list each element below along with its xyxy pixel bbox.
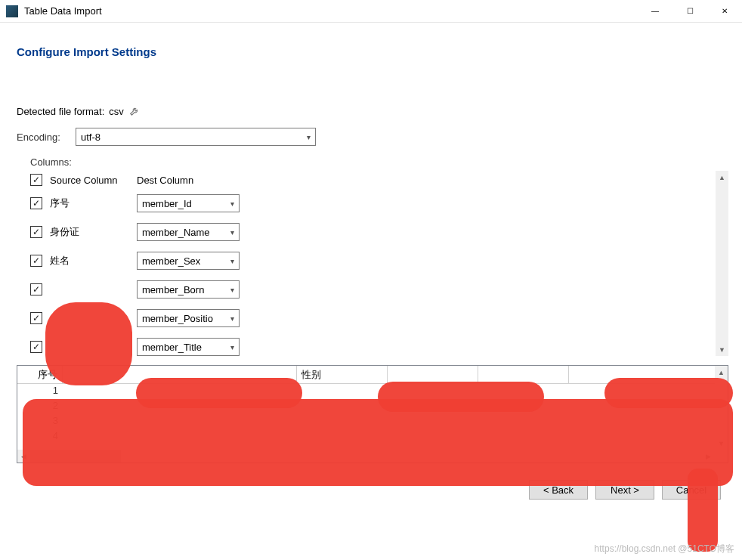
dest-column-select[interactable]: member_Sex ▾ bbox=[137, 252, 240, 270]
row-checkbox[interactable]: ✓ bbox=[30, 341, 42, 353]
titlebar: Table Data Import — ☐ ✕ bbox=[0, 0, 742, 23]
scroll-up-icon[interactable]: ▲ bbox=[716, 171, 728, 184]
chevron-down-icon: ▾ bbox=[230, 343, 234, 351]
redaction-overlay bbox=[604, 378, 733, 408]
encoding-select[interactable]: utf-8 ▾ bbox=[76, 128, 316, 146]
redaction-overlay bbox=[688, 469, 718, 552]
dest-value: member_Id bbox=[142, 198, 192, 209]
dest-value: member_Name bbox=[142, 227, 210, 238]
redaction-overlay bbox=[378, 382, 544, 412]
select-all-checkbox[interactable]: ✓ bbox=[30, 174, 42, 186]
chevron-down-icon: ▾ bbox=[230, 286, 234, 294]
window-title: Table Data Import bbox=[24, 5, 638, 17]
source-column-header: Source Column bbox=[50, 175, 137, 186]
dest-column-select[interactable]: member_Title ▾ bbox=[137, 338, 240, 356]
dest-column-select[interactable]: member_Positio ▾ bbox=[137, 309, 240, 327]
columns-vertical-scrollbar[interactable]: ▲ ▼ bbox=[716, 171, 728, 356]
chevron-down-icon: ▾ bbox=[230, 314, 234, 323]
encoding-row: Encoding: utf-8 ▾ bbox=[17, 128, 728, 146]
preview-header-cell bbox=[478, 366, 569, 383]
dest-value: member_Sex bbox=[142, 255, 200, 267]
source-column-label: 序号 bbox=[50, 196, 137, 210]
dest-column-header: Dest Column bbox=[137, 175, 193, 186]
row-checkbox[interactable]: ✓ bbox=[30, 226, 42, 238]
detected-value: csv bbox=[109, 106, 124, 117]
row-checkbox[interactable]: ✓ bbox=[30, 255, 42, 267]
scroll-down-icon[interactable]: ▼ bbox=[716, 343, 728, 356]
redaction-overlay bbox=[23, 399, 733, 486]
redaction-overlay bbox=[45, 302, 132, 385]
window-controls: — ☐ ✕ bbox=[638, 0, 742, 23]
minimize-button[interactable]: — bbox=[638, 0, 672, 23]
source-column-label: 姓名 bbox=[50, 254, 137, 268]
dest-value: member_Positio bbox=[142, 313, 213, 324]
watermark: https://blog.csdn.net @51CTO博客 bbox=[595, 543, 734, 555]
page-heading: Configure Import Settings bbox=[17, 45, 728, 58]
scroll-up-icon[interactable]: ▲ bbox=[715, 366, 728, 379]
chevron-down-icon: ▾ bbox=[230, 257, 234, 265]
redaction-overlay bbox=[136, 378, 302, 408]
app-icon bbox=[6, 5, 18, 17]
column-row: ✓ member_Born ▾ bbox=[17, 275, 728, 304]
detected-label: Detected file format: bbox=[17, 106, 104, 117]
chevron-down-icon: ▾ bbox=[230, 228, 234, 237]
close-button[interactable]: ✕ bbox=[707, 0, 742, 23]
preview-header-cell bbox=[388, 366, 478, 383]
chevron-down-icon: ▾ bbox=[230, 200, 234, 208]
encoding-value: utf-8 bbox=[81, 131, 100, 143]
dest-column-select[interactable]: member_Name ▾ bbox=[137, 223, 240, 241]
preview-cell: 1 bbox=[17, 384, 63, 399]
detected-format-row: Detected file format: csv bbox=[17, 105, 728, 117]
row-checkbox[interactable]: ✓ bbox=[30, 312, 42, 324]
column-row: ✓ 序号 member_Id ▾ bbox=[17, 189, 728, 218]
wrench-icon[interactable] bbox=[128, 105, 141, 117]
dest-column-select[interactable]: member_Born ▾ bbox=[137, 280, 240, 299]
preview-header-cell: 性别 bbox=[297, 366, 388, 383]
maximize-button[interactable]: ☐ bbox=[672, 0, 707, 23]
column-row: ✓ 姓名 member_Sex ▾ bbox=[17, 246, 728, 275]
columns-header-row: ✓ Source Column Dest Column bbox=[17, 171, 728, 189]
dest-column-select[interactable]: member_Id ▾ bbox=[137, 194, 240, 212]
dest-value: member_Born bbox=[142, 284, 204, 295]
dest-value: member_Title bbox=[142, 342, 202, 353]
chevron-down-icon: ▾ bbox=[307, 133, 311, 141]
row-checkbox[interactable]: ✓ bbox=[30, 197, 42, 209]
row-checkbox[interactable]: ✓ bbox=[30, 283, 42, 295]
encoding-label: Encoding: bbox=[17, 131, 76, 143]
source-column-label: 身份证 bbox=[50, 225, 137, 239]
columns-label: Columns: bbox=[30, 156, 728, 168]
column-row: ✓ 身份证 member_Name ▾ bbox=[17, 218, 728, 246]
